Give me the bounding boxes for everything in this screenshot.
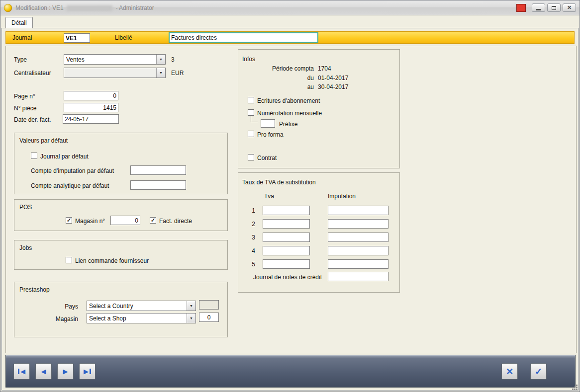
close-icon: ✕	[567, 5, 572, 10]
numerotation-mensuelle-label: Numérotation mensuelle	[257, 110, 322, 117]
next-record-button[interactable]: ▶	[57, 363, 74, 380]
group-valeurs-title: Valeurs par défaut	[19, 137, 68, 144]
compte-imputation-input[interactable]	[130, 165, 186, 175]
currency-label: EUR	[171, 70, 184, 77]
group-prestashop: Prestashop Pays Select a Country ▼ Magas…	[14, 282, 228, 337]
red-indicator	[516, 4, 526, 12]
journal-par-defaut-label: Journal par défaut	[40, 153, 89, 160]
tva-row-number: 2	[248, 221, 255, 228]
imputation-input-5[interactable]	[328, 259, 388, 269]
type-select[interactable]: Ventes ▼	[64, 54, 166, 65]
tab-detail-label: Détail	[11, 19, 27, 26]
prev-triangle-icon: ◀	[20, 368, 25, 375]
journal-par-defaut-checkbox[interactable]	[31, 153, 37, 159]
group-pos: POS ✓ Magasin n° ✓ Fact. directe	[14, 199, 228, 231]
previous-record-icon: ◀	[41, 368, 46, 375]
imputation-input-3[interactable]	[328, 233, 388, 242]
tva-input-4[interactable]	[263, 246, 310, 255]
imputation-input-4[interactable]	[328, 246, 388, 255]
imputation-column-header: Imputation	[328, 193, 356, 200]
centralisateur-select-value	[64, 73, 156, 73]
page-label: Page n°	[14, 93, 35, 100]
app-icon	[4, 4, 12, 12]
journal-header-bar: Journal Libellé	[5, 31, 575, 44]
type-label: Type	[14, 56, 27, 63]
chevron-down-icon: ▼	[156, 68, 165, 78]
resize-grip[interactable]	[572, 384, 578, 391]
tab-page: Journal Libellé Type Ventes ▼ 3 Centrali…	[1, 28, 579, 391]
periode-compta-value: 1704	[318, 65, 331, 72]
tva-input-1[interactable]	[263, 206, 310, 215]
shop-select-value: Select a Shop	[87, 314, 187, 322]
magasin-num-input[interactable]	[110, 216, 140, 225]
window-title-suffix: - Administrator	[115, 4, 154, 11]
minimize-button[interactable]	[532, 3, 545, 12]
au-value: 30-04-2017	[318, 83, 348, 90]
imputation-input-2[interactable]	[328, 219, 388, 229]
cancel-button[interactable]: ✕	[501, 363, 518, 380]
lien-commande-checkbox[interactable]	[66, 257, 72, 263]
centralisateur-select[interactable]: ▼	[64, 68, 166, 78]
prefixe-connector-line	[251, 116, 258, 122]
date-der-fact-input[interactable]	[63, 114, 119, 124]
group-valeurs-par-defaut: Valeurs par défaut Journal par défaut Co…	[14, 133, 228, 194]
form-panel: Type Ventes ▼ 3 Centralisateur ▼ EUR Pag…	[5, 46, 577, 353]
libelle-label: Libellé	[115, 34, 132, 41]
first-record-button[interactable]: ◀	[13, 363, 30, 380]
fact-directe-checkbox[interactable]: ✓	[150, 217, 156, 224]
validate-button[interactable]: ✓	[530, 363, 547, 380]
title-redacted-text	[67, 5, 112, 11]
tva-row-number: 3	[248, 234, 255, 241]
compte-analytique-input[interactable]	[130, 180, 186, 190]
group-tva-title: Taux de TVA de substitution	[242, 179, 316, 186]
pro-forma-checkbox[interactable]	[248, 131, 254, 137]
maximize-button[interactable]	[547, 3, 561, 12]
validate-icon: ✓	[535, 367, 542, 376]
chevron-down-icon: ▼	[156, 55, 165, 64]
type-code: 3	[171, 56, 175, 63]
tva-row-number: 5	[248, 261, 255, 268]
date-der-fact-label: Date der. fact.	[14, 116, 51, 123]
last-record-button[interactable]: ▶	[79, 363, 96, 380]
prefixe-label: Préfixe	[279, 121, 297, 128]
pays-code-input[interactable]	[199, 300, 219, 310]
tva-input-2[interactable]	[263, 219, 310, 229]
journal-label: Journal	[12, 34, 32, 41]
piece-input[interactable]	[64, 103, 118, 112]
journal-code-input[interactable]	[64, 33, 90, 43]
lien-commande-label: Lien commande fournisseur	[75, 257, 149, 264]
page-input[interactable]	[64, 91, 118, 100]
tva-column-header: Tva	[264, 193, 274, 200]
tva-input-3[interactable]	[263, 233, 310, 242]
group-infos-title: Infos	[242, 56, 255, 63]
fact-directe-label: Fact. directe	[159, 218, 192, 225]
titlebar: Modification : VE1 - Administrator ✕	[0, 0, 580, 15]
ecritures-abonnement-checkbox[interactable]	[248, 97, 254, 103]
magasin-checkbox[interactable]: ✓	[66, 217, 72, 224]
au-label: au	[248, 83, 314, 90]
close-button[interactable]: ✕	[563, 3, 576, 12]
type-select-value: Ventes	[64, 56, 156, 63]
periode-compta-label: Période compta	[248, 65, 314, 72]
contrat-checkbox[interactable]	[248, 154, 254, 160]
du-value: 01-04-2017	[318, 75, 348, 81]
group-tva-substitution: Taux de TVA de substitution Tva Imputati…	[238, 172, 400, 293]
tva-input-5[interactable]	[263, 259, 310, 269]
centralisateur-label: Centralisateur	[14, 70, 51, 77]
previous-record-button[interactable]: ◀	[35, 363, 52, 380]
tva-row-number: 4	[248, 247, 255, 254]
window-title: Modification : VE1 - Administrator	[15, 4, 154, 11]
prestashop-magasin-label: Magasin	[34, 315, 78, 322]
shop-code-input[interactable]	[199, 313, 219, 322]
prefixe-input[interactable]	[261, 119, 275, 128]
group-pos-title: POS	[19, 204, 32, 211]
numerotation-mensuelle-checkbox[interactable]	[248, 109, 254, 116]
imputation-input-1[interactable]	[328, 206, 388, 215]
pays-select[interactable]: Select a Country ▼	[87, 301, 196, 311]
journal-notes-credit-input[interactable]	[328, 272, 388, 281]
shop-select[interactable]: Select a Shop ▼	[87, 313, 196, 323]
chevron-down-icon: ▼	[187, 314, 195, 323]
group-infos: Infos Période compta 1704 du 01-04-2017 …	[238, 49, 400, 168]
tab-detail[interactable]: Détail	[5, 17, 33, 28]
libelle-input[interactable]	[169, 32, 318, 43]
